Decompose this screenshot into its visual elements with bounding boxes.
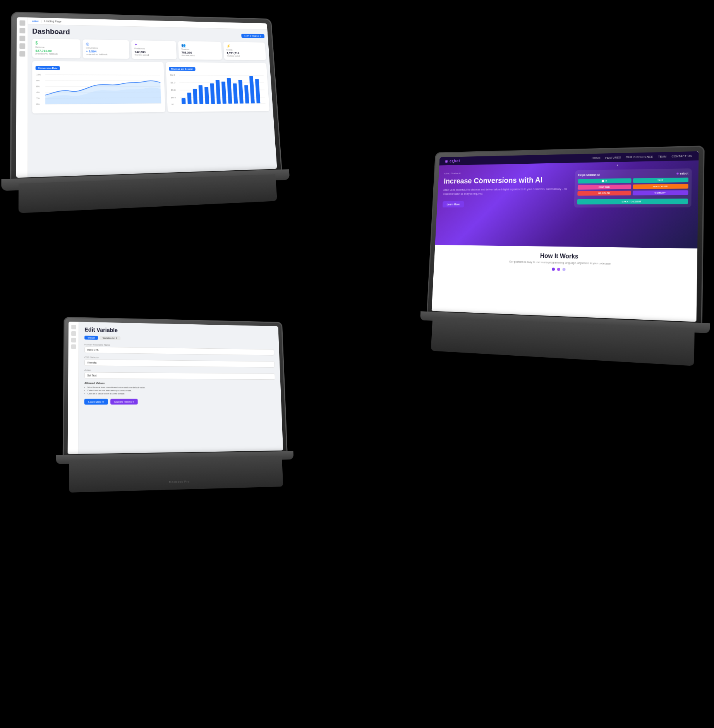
revenue-svg: $1.2 $1.0 $0.8 $0.6 $0: [169, 72, 266, 110]
revenue-sub: projected vs. holdback: [36, 53, 77, 55]
laptop-2-keyboard: MacBook Pro: [69, 456, 283, 493]
nav-home[interactable]: HOME: [592, 157, 601, 159]
svg-rect-32: [238, 80, 243, 103]
edit-sidebar-settings[interactable]: [71, 338, 76, 343]
allowed-rule-1: Must have at least one allowed value and…: [84, 386, 276, 389]
conversion-svg: 10% 8% 6% 4% 2% 0%: [36, 72, 162, 111]
edit-sidebar-chart[interactable]: [71, 331, 76, 336]
svg-rect-23: [187, 92, 191, 104]
hero-tag: ezbot | Chatbot AI: [444, 170, 571, 175]
widget-btn-bg-color[interactable]: BG COLOR: [578, 191, 631, 196]
dashboard-sidebar: [16, 17, 28, 178]
macbook-label: MacBook Pro: [169, 480, 190, 483]
metrics-row: $ Revenue $27,718.00 projected vs. holdb…: [32, 39, 266, 60]
metric-events: ⚡ Events 1,731,716 this time period: [223, 42, 266, 60]
events-sub: this time period: [227, 55, 263, 57]
dashboard-title-row: Dashboard LAST 2 WEEKS ▼: [32, 27, 264, 40]
edit-sidebar: [68, 322, 79, 454]
widget-btn-text[interactable]: TEXT: [633, 178, 688, 183]
how-it-works-dots: [439, 265, 690, 274]
tab-visual[interactable]: Visual: [84, 336, 98, 340]
hero-subtitle: ezbot uses powerful AI to discover and d…: [443, 187, 570, 196]
ezbot-nav-logo: ◉ ezbot: [445, 159, 460, 163]
sidebar-settings-icon[interactable]: [19, 36, 25, 41]
metric-revenue: $ Revenue $27,718.00 projected vs. holdb…: [32, 39, 81, 58]
field-css-selector: CSS Selector #heroita: [84, 356, 275, 368]
learn-more-button[interactable]: Learn More ☆: [84, 399, 108, 404]
widget-logo: ezbot: [676, 171, 688, 175]
sessions-sub: this time period: [182, 54, 219, 57]
field-human-readable-name: Human-Readable Name Hero CTA: [84, 343, 274, 355]
dot-1: [552, 268, 555, 271]
widget-btn-font-color[interactable]: FONT COLOR: [633, 184, 688, 189]
allowed-rule-3: Click on a value to set it as the defaul…: [84, 392, 276, 395]
edit-sidebar-home[interactable]: [71, 325, 76, 329]
widget-btn-indicators[interactable]: ⬤ ✕: [578, 178, 632, 184]
revenue-label: Revenue: [36, 46, 77, 49]
sidebar-home-icon[interactable]: [19, 20, 25, 26]
svg-line-17: [179, 75, 263, 75]
sidebar-chart-icon[interactable]: [19, 28, 25, 33]
revenue-per-session-area: $1.2 $1.0 $0.8 $0.6 $0: [169, 72, 266, 110]
svg-text:$1.0: $1.0: [170, 82, 175, 84]
svg-rect-25: [198, 85, 203, 104]
svg-text:0%: 0%: [36, 103, 40, 105]
nav-our-difference[interactable]: OUR DIFFERENCE: [626, 156, 653, 159]
metric-conversions: ◎ Conversions + 8,594 projected vs. hold…: [82, 39, 129, 59]
laptop-dashboard: ezbot | Landing Page Dashboard LAST 2 WE…: [10, 12, 285, 222]
events-icon: ⚡: [226, 44, 263, 49]
laptop-edit-variable: Edit Variable Visual Variable Id: 1 Huma…: [62, 317, 289, 500]
sidebar-user-icon[interactable]: [19, 43, 25, 49]
widget-btn-visibility[interactable]: VISIBILITY: [632, 190, 688, 195]
field-css-selector-input[interactable]: #heroita: [84, 359, 275, 368]
widget-logo-dot: [676, 173, 678, 175]
widget-preview-buttons: ⬤ ✕ TEXT FONT SIZE FONT COLOR BG COLOR V…: [578, 178, 688, 196]
field-action-input[interactable]: Set Text: [84, 372, 275, 380]
svg-rect-33: [244, 85, 249, 103]
hero-learn-more-button[interactable]: Learn More: [443, 201, 464, 207]
svg-rect-30: [227, 78, 232, 103]
sessions-icon: 👥: [181, 43, 219, 48]
nav-contact[interactable]: CONTACT US: [671, 154, 692, 158]
nav-features[interactable]: FEATURES: [605, 156, 621, 159]
laptop-1-screen: ezbot | Landing Page Dashboard LAST 2 WE…: [16, 17, 277, 178]
ezbot-landing-screen: ◉ ezbot HOME FEATURES OUR DIFFERENCE TEA…: [432, 151, 699, 322]
explore-rooms-button[interactable]: Explore Rooms ●: [110, 399, 138, 404]
laptop-ezbot-landing: ◉ ezbot HOME FEATURES OUR DIFFERENCE TEA…: [424, 146, 705, 374]
svg-rect-31: [233, 83, 238, 103]
conversions-label: Conversions: [86, 46, 126, 49]
widget-btn-font-size[interactable]: FONT SIZE: [578, 185, 631, 190]
allowed-values-section: Allowed Values Must have at least one al…: [84, 382, 276, 395]
dashboard-content: Dashboard LAST 2 WEEKS ▼ $ Revenue $27,7…: [28, 24, 277, 177]
sidebar-star-icon[interactable]: [19, 51, 25, 57]
edit-variable-screen: Edit Variable Visual Variable Id: 1 Huma…: [68, 322, 283, 454]
widget-logo-text: ezbot: [680, 171, 688, 175]
sessions-label: Sessions: [181, 48, 219, 51]
dashboard-title: Dashboard: [32, 27, 70, 36]
tab-variable-id[interactable]: Variable Id: 1: [100, 336, 120, 340]
svg-rect-34: [249, 76, 254, 104]
dashboard-screen: ezbot | Landing Page Dashboard LAST 2 WE…: [16, 17, 277, 178]
edit-variable-tabs: Visual Variable Id: 1: [84, 336, 274, 343]
laptop-3-screen: ◉ ezbot HOME FEATURES OUR DIFFERENCE TEA…: [432, 151, 699, 322]
topbar-page: Landing Page: [44, 20, 62, 23]
dot-2: [557, 268, 560, 271]
revenue-icon: $: [36, 41, 77, 46]
star-3: [617, 164, 618, 166]
svg-rect-29: [221, 82, 226, 104]
svg-text:$1.2: $1.2: [170, 74, 175, 76]
dashboard-main: ezbot | Landing Page Dashboard LAST 2 WE…: [28, 17, 277, 177]
ezbot-logo-text: ezbot: [450, 159, 460, 163]
edit-sidebar-user[interactable]: [71, 344, 76, 349]
laptop-1-lid: ezbot | Landing Page Dashboard LAST 2 WE…: [10, 12, 283, 184]
predictions-label: Predictions: [134, 47, 173, 50]
widget-header: Helps Chatbot AI ezbot: [578, 171, 688, 176]
filter-button[interactable]: LAST 2 WEEKS ▼: [241, 33, 264, 38]
hero-left-content: ezbot | Chatbot AI Increase Conversions …: [441, 170, 571, 240]
nav-team[interactable]: TEAM: [658, 155, 667, 158]
svg-rect-22: [181, 98, 185, 104]
widget-back-button[interactable]: BACK TO EZBOT: [577, 199, 688, 204]
edit-buttons-row: Learn More ☆ Explore Rooms ●: [84, 399, 276, 405]
widget-title: Helps Chatbot AI: [578, 173, 600, 176]
edit-variable-title: Edit Variable: [84, 327, 273, 336]
